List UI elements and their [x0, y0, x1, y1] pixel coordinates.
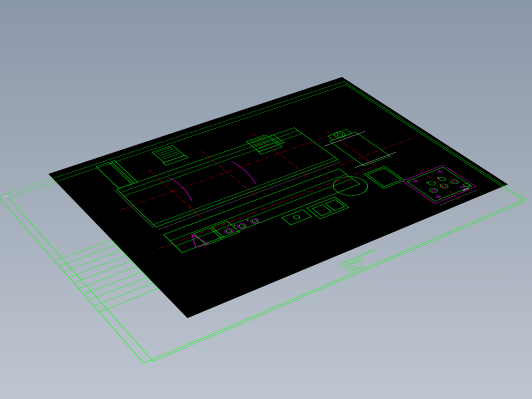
svg-line-56 [414, 180, 418, 182]
svg-rect-28 [330, 132, 390, 166]
svg-rect-19 [258, 144, 282, 154]
finned-block-1 [152, 145, 188, 166]
svg-line-17 [256, 141, 271, 146]
svg-line-8 [157, 148, 174, 154]
bracket-detail-right [306, 197, 348, 219]
svg-line-60 [436, 196, 440, 198]
label-b-detail: B [436, 177, 440, 179]
svg-line-22 [159, 168, 372, 248]
tb-row [94, 283, 159, 312]
drawing-sheet: A3 ????870-65-10.9 4-M6X50 ???4.7kg 6.6k… [0, 80, 532, 370]
note-line-3: ??35M [343, 254, 382, 271]
svg-point-69 [427, 180, 436, 186]
svg-line-73 [420, 170, 459, 197]
svg-rect-48 [312, 204, 332, 216]
svg-line-1 [153, 158, 335, 224]
label-b: B [246, 219, 250, 221]
svg-rect-47 [306, 197, 348, 219]
drawing-notes: ????870-65-10.9 4-M6X50 ???4.7kg 6.6kg ?… [337, 248, 384, 274]
svg-point-46 [292, 215, 301, 220]
svg-point-64 [431, 189, 436, 192]
svg-point-67 [449, 179, 460, 185]
tb-row [78, 266, 142, 294]
svg-point-40 [225, 229, 232, 233]
svg-line-2 [124, 134, 302, 196]
svg-line-27 [326, 131, 384, 172]
svg-rect-51 [364, 166, 404, 188]
note-line-4: C??12X2.0 [346, 256, 385, 274]
note-line-2: ???4.7kg 6.6kg [340, 251, 378, 268]
svg-line-9 [159, 150, 176, 156]
svg-point-43 [249, 218, 260, 224]
svg-line-24 [148, 170, 201, 218]
svg-point-42 [238, 224, 246, 228]
svg-point-68 [452, 180, 458, 184]
svg-rect-38 [212, 221, 240, 238]
svg-rect-4 [96, 162, 132, 188]
svg-line-10 [161, 152, 178, 158]
viewport-3d: A3 ????870-65-10.9 4-M6X50 ???4.7kg 6.6k… [0, 0, 532, 399]
svg-line-36 [176, 178, 352, 246]
label-a: A [233, 224, 237, 226]
svg-line-14 [250, 136, 265, 142]
tb-row [84, 272, 148, 300]
svg-rect-53 [402, 165, 476, 204]
tb-row [54, 240, 117, 266]
svg-point-41 [236, 222, 248, 229]
tb-row [88, 277, 153, 306]
cad-drawing: A B [48, 77, 508, 318]
svg-line-3 [120, 130, 298, 192]
isometric-container: A3 ????870-65-10.9 4-M6X50 ???4.7kg 6.6k… [0, 80, 532, 370]
detail-block: A B ME10 [402, 165, 479, 206]
tb-row [74, 261, 137, 289]
svg-line-7 [156, 147, 172, 152]
svg-rect-37 [194, 228, 222, 245]
svg-point-31 [336, 132, 344, 136]
bracket-detail-left: A B [194, 212, 262, 245]
svg-point-30 [332, 130, 348, 138]
svg-rect-5 [111, 160, 138, 183]
svg-rect-6 [152, 146, 184, 162]
svg-point-65 [438, 183, 450, 189]
svg-line-74 [158, 162, 341, 230]
svg-rect-29 [328, 130, 352, 140]
svg-line-21 [120, 136, 328, 210]
svg-line-35 [170, 174, 346, 241]
svg-rect-49 [326, 200, 344, 210]
tb-row [59, 245, 122, 272]
svg-rect-0 [116, 128, 338, 227]
svg-point-44 [252, 219, 258, 223]
svg-rect-12 [163, 155, 188, 165]
svg-line-58 [438, 170, 442, 173]
tb-row [64, 250, 127, 278]
svg-point-63 [428, 188, 439, 194]
tb-row [68, 256, 132, 283]
svg-line-33 [355, 152, 396, 168]
title-block [54, 240, 159, 312]
svg-line-32 [325, 132, 366, 146]
note-line-1: ????870-65-10.9 4-M6X50 [337, 248, 376, 266]
svg-rect-34 [164, 169, 360, 253]
svg-rect-45 [282, 210, 312, 225]
svg-point-39 [223, 228, 234, 234]
svg-line-75 [114, 190, 154, 228]
